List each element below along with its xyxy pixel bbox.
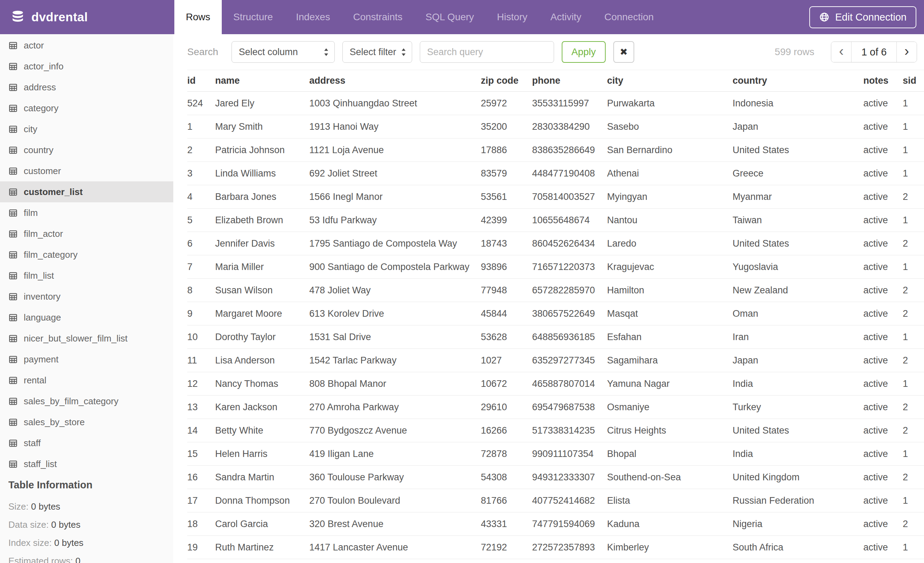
- table-row[interactable]: 15Helen Harris419 Iligan Lane72878990911…: [187, 442, 924, 466]
- tab-rows[interactable]: Rows: [174, 0, 222, 34]
- cell-notes: active: [863, 442, 903, 466]
- sidebar-item-nicer-but-slower-film-list[interactable]: nicer_but_slower_film_list: [0, 328, 173, 349]
- cell-phone: 949312333307: [532, 466, 607, 489]
- sidebar-item-staff[interactable]: staff: [0, 432, 173, 453]
- cell-country: Oman: [733, 302, 863, 326]
- table-row[interactable]: 1Mary Smith1913 Hanoi Way352002830338429…: [187, 115, 924, 138]
- cell-notes: active: [863, 349, 903, 372]
- tab-history[interactable]: History: [485, 0, 539, 34]
- cell-phone: 448477190408: [532, 162, 607, 185]
- table-row[interactable]: 524Jared Ely1003 Qinhuangdao Street25972…: [187, 92, 924, 115]
- table-row[interactable]: 19Ruth Martinez1417 Lancaster Avenue7219…: [187, 536, 924, 559]
- table-row[interactable]: 18Carol Garcia320 Brest Avenue4333174779…: [187, 512, 924, 536]
- column-header-address: address: [309, 70, 481, 92]
- cell-country: Myanmar: [733, 185, 863, 209]
- next-page-button[interactable]: ›: [897, 42, 916, 62]
- cell-city: Nantou: [607, 209, 733, 232]
- cell-address: 320 Brest Avenue: [309, 512, 481, 536]
- tab-connection[interactable]: Connection: [593, 0, 665, 34]
- cell-zip-code: 54308: [481, 466, 532, 489]
- sidebar-item-film-list[interactable]: film_list: [0, 265, 173, 286]
- info-value: 0: [75, 555, 80, 563]
- table-row[interactable]: 6Jennifer Davis1795 Santiago de Composte…: [187, 232, 924, 255]
- chevron-left-icon: ‹: [839, 43, 843, 59]
- sidebar-item-film-actor[interactable]: film_actor: [0, 223, 173, 244]
- tab-activity[interactable]: Activity: [539, 0, 593, 34]
- cell-zip-code: 72878: [481, 442, 532, 466]
- table-row[interactable]: 14Betty White770 Bydgoszcz Avenue1626651…: [187, 419, 924, 442]
- sidebar-item-sales-by-store[interactable]: sales_by_store: [0, 411, 173, 432]
- tab-indexes[interactable]: Indexes: [285, 0, 342, 34]
- search-query-input[interactable]: [420, 41, 554, 63]
- clear-search-button[interactable]: ✖: [614, 41, 634, 63]
- cell-id: 5: [187, 209, 215, 232]
- cell-phone: 28303384290: [532, 115, 607, 138]
- sidebar-item-staff-list[interactable]: staff_list: [0, 453, 173, 474]
- sidebar-item-sales-by-film-category[interactable]: sales_by_film_category: [0, 391, 173, 411]
- sidebar-item-film[interactable]: film: [0, 202, 173, 223]
- table-row[interactable]: 5Elizabeth Brown53 Idfu Parkway423991065…: [187, 209, 924, 232]
- previous-page-button[interactable]: ‹: [831, 42, 852, 62]
- table-row[interactable]: 13Karen Jackson270 Amroha Parkway2961069…: [187, 396, 924, 419]
- cell-name: Nancy Thomas: [215, 372, 309, 396]
- column-select[interactable]: Select column: [231, 41, 335, 63]
- cell-id: 6: [187, 232, 215, 255]
- cell-notes: active: [863, 138, 903, 162]
- table-row[interactable]: 3Linda Williams692 Joliet Street83579448…: [187, 162, 924, 185]
- cell-id: 11: [187, 349, 215, 372]
- table-row[interactable]: 11Lisa Anderson1542 Tarlac Parkway102763…: [187, 349, 924, 372]
- sidebar-item-film-category[interactable]: film_category: [0, 244, 173, 265]
- cell-country: Iran: [733, 326, 863, 349]
- table-row[interactable]: 2Patricia Johnson1121 Loja Avenue1788683…: [187, 138, 924, 162]
- sidebar-item-rental[interactable]: rental: [0, 370, 173, 391]
- edit-connection-label: Edit Connection: [835, 12, 907, 23]
- cell-sid: 2: [903, 512, 924, 536]
- sidebar-item-address[interactable]: address: [0, 77, 173, 98]
- pagination: ‹ 1 of 6 ›: [831, 42, 917, 62]
- table-row[interactable]: 4Barbara Jones1566 Inegl Manor5356170581…: [187, 185, 924, 209]
- sidebar-item-category[interactable]: category: [0, 98, 173, 119]
- sidebar-item-customer[interactable]: customer: [0, 161, 173, 182]
- table-row[interactable]: 17Donna Thompson270 Toulon Boulevard8176…: [187, 489, 924, 512]
- cell-phone: 747791594069: [532, 512, 607, 536]
- cell-country: New Zealand: [733, 279, 863, 302]
- cell-sid: 1: [903, 138, 924, 162]
- cell-name: Dorothy Taylor: [215, 326, 309, 349]
- table-row[interactable]: 10Dorothy Taylor1531 Sal Drive5362864885…: [187, 326, 924, 349]
- sidebar-item-city[interactable]: city: [0, 119, 173, 140]
- cell-country: Greece: [733, 162, 863, 185]
- cell-name: Jared Ely: [215, 92, 309, 115]
- sidebar-item-country[interactable]: country: [0, 140, 173, 161]
- results-table: idnameaddresszip codephonecitycountrynot…: [187, 70, 924, 559]
- cell-country: Russian Federation: [733, 489, 863, 512]
- sidebar-item-actor-info[interactable]: actor_info: [0, 56, 173, 77]
- apply-button[interactable]: Apply: [562, 41, 606, 63]
- table-row[interactable]: 12Nancy Thomas808 Bhopal Manor1067246588…: [187, 372, 924, 396]
- cell-name: Betty White: [215, 419, 309, 442]
- sidebar-item-language[interactable]: language: [0, 307, 173, 328]
- filter-select[interactable]: Select filter: [342, 41, 412, 63]
- tab-sql-query[interactable]: SQL Query: [414, 0, 485, 34]
- table-row[interactable]: 9Margaret Moore613 Korolev Drive45844380…: [187, 302, 924, 326]
- info-value: 0 bytes: [54, 537, 84, 548]
- tab-constraints[interactable]: Constraints: [342, 0, 414, 34]
- cell-city: Elista: [607, 489, 733, 512]
- cell-zip-code: 25972: [481, 92, 532, 115]
- sidebar-item-label: payment: [24, 354, 58, 365]
- sidebar-item-actor[interactable]: actor: [0, 35, 173, 56]
- edit-connection-button[interactable]: Edit Connection: [809, 6, 916, 28]
- sidebar-item-customer-list[interactable]: customer_list: [0, 182, 173, 202]
- cell-phone: 407752414682: [532, 489, 607, 512]
- table-row[interactable]: 8Susan Wilson478 Joliet Way7794865728228…: [187, 279, 924, 302]
- sidebar-item-inventory[interactable]: inventory: [0, 286, 173, 307]
- sidebar-item-label: country: [24, 145, 53, 156]
- cell-country: Yugoslavia: [733, 255, 863, 279]
- sidebar-item-payment[interactable]: payment: [0, 349, 173, 370]
- table-row[interactable]: 7Maria Miller900 Santiago de Compostela …: [187, 255, 924, 279]
- tab-structure[interactable]: Structure: [222, 0, 285, 34]
- sidebar-item-label: actor_info: [24, 61, 63, 72]
- cell-name: Donna Thompson: [215, 489, 309, 512]
- cell-country: Nigeria: [733, 512, 863, 536]
- table-row[interactable]: 16Sandra Martin360 Toulouse Parkway54308…: [187, 466, 924, 489]
- globe-icon: [819, 12, 830, 23]
